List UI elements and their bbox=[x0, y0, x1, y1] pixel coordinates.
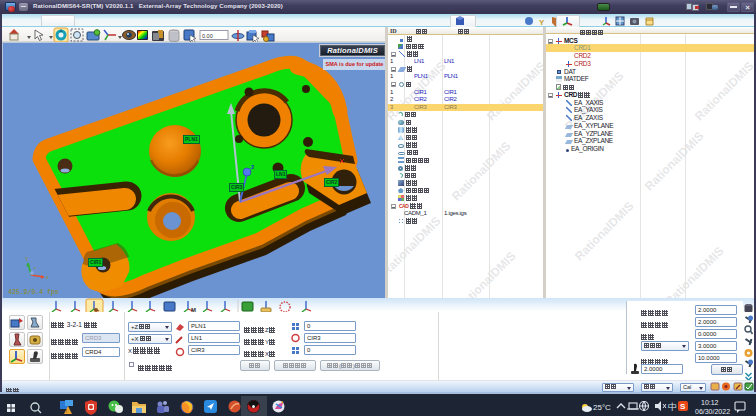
svg-text:Y: Y bbox=[25, 256, 29, 262]
svg-text:中: 中 bbox=[668, 402, 677, 412]
svg-text:Y: Y bbox=[539, 18, 545, 27]
svg-text:0.00: 0.00 bbox=[202, 33, 213, 39]
svg-text:25°C: 25°C bbox=[593, 403, 611, 412]
svg-text:z: z bbox=[34, 265, 36, 270]
svg-text:06/30/2022: 06/30/2022 bbox=[695, 408, 730, 415]
svg-text:425.9/0.4 fps: 425.9/0.4 fps bbox=[8, 289, 59, 296]
svg-text:!: ! bbox=[66, 408, 67, 414]
svg-text:10:12: 10:12 bbox=[701, 399, 719, 406]
svg-text:S: S bbox=[680, 402, 686, 411]
svg-text:x: x bbox=[46, 274, 49, 280]
